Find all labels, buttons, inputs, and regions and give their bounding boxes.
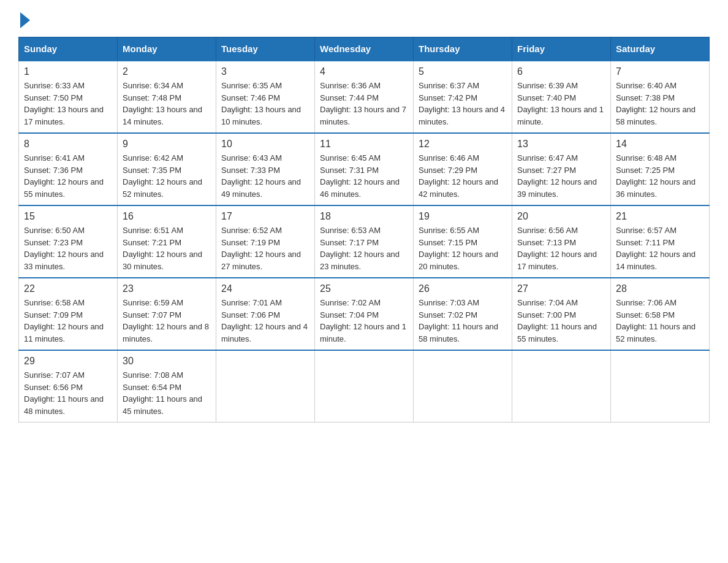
- day-number: 18: [320, 211, 408, 222]
- day-info: Sunrise: 7:08 AMSunset: 6:54 PMDaylight:…: [123, 369, 211, 417]
- empty-cell: [611, 350, 710, 423]
- day-info: Sunrise: 6:55 AMSunset: 7:15 PMDaylight:…: [419, 224, 507, 272]
- day-info: Sunrise: 6:50 AMSunset: 7:23 PMDaylight:…: [24, 224, 112, 272]
- day-number: 13: [517, 139, 605, 150]
- week-row-4: 22Sunrise: 6:58 AMSunset: 7:09 PMDayligh…: [19, 278, 710, 350]
- day-info: Sunrise: 7:06 AMSunset: 6:58 PMDaylight:…: [616, 297, 704, 345]
- day-info: Sunrise: 6:40 AMSunset: 7:38 PMDaylight:…: [616, 80, 704, 128]
- col-header-monday: Monday: [118, 37, 216, 61]
- day-cell-22: 22Sunrise: 6:58 AMSunset: 7:09 PMDayligh…: [19, 278, 118, 350]
- week-row-3: 15Sunrise: 6:50 AMSunset: 7:23 PMDayligh…: [19, 205, 710, 278]
- day-info: Sunrise: 6:57 AMSunset: 7:11 PMDaylight:…: [616, 224, 704, 272]
- day-number: 15: [24, 211, 112, 222]
- day-info: Sunrise: 6:43 AMSunset: 7:33 PMDaylight:…: [221, 152, 309, 200]
- day-cell-19: 19Sunrise: 6:55 AMSunset: 7:15 PMDayligh…: [414, 205, 512, 278]
- day-info: Sunrise: 6:59 AMSunset: 7:07 PMDaylight:…: [123, 297, 211, 345]
- day-cell-20: 20Sunrise: 6:56 AMSunset: 7:13 PMDayligh…: [512, 205, 611, 278]
- day-number: 25: [320, 283, 408, 294]
- day-info: Sunrise: 6:41 AMSunset: 7:36 PMDaylight:…: [24, 152, 112, 200]
- day-cell-6: 6Sunrise: 6:39 AMSunset: 7:40 PMDaylight…: [512, 61, 611, 133]
- col-header-thursday: Thursday: [414, 37, 512, 61]
- day-cell-7: 7Sunrise: 6:40 AMSunset: 7:38 PMDaylight…: [611, 61, 710, 133]
- day-number: 22: [24, 283, 112, 294]
- day-info: Sunrise: 6:45 AMSunset: 7:31 PMDaylight:…: [320, 152, 408, 200]
- day-info: Sunrise: 7:07 AMSunset: 6:56 PMDaylight:…: [24, 369, 112, 417]
- day-number: 30: [123, 356, 211, 367]
- day-info: Sunrise: 6:58 AMSunset: 7:09 PMDaylight:…: [24, 297, 112, 345]
- day-info: Sunrise: 6:36 AMSunset: 7:44 PMDaylight:…: [320, 80, 408, 128]
- day-cell-9: 9Sunrise: 6:42 AMSunset: 7:35 PMDaylight…: [118, 133, 216, 205]
- day-number: 26: [419, 283, 507, 294]
- day-number: 9: [123, 139, 211, 150]
- day-info: Sunrise: 7:03 AMSunset: 7:02 PMDaylight:…: [419, 297, 507, 345]
- day-info: Sunrise: 6:39 AMSunset: 7:40 PMDaylight:…: [517, 80, 605, 128]
- day-cell-2: 2Sunrise: 6:34 AMSunset: 7:48 PMDaylight…: [118, 61, 216, 133]
- day-cell-29: 29Sunrise: 7:07 AMSunset: 6:56 PMDayligh…: [19, 350, 118, 423]
- day-number: 5: [419, 66, 507, 77]
- day-number: 1: [24, 66, 112, 77]
- col-header-friday: Friday: [512, 37, 611, 61]
- day-number: 28: [616, 283, 704, 294]
- day-number: 16: [123, 211, 211, 222]
- week-row-2: 8Sunrise: 6:41 AMSunset: 7:36 PMDaylight…: [19, 133, 710, 205]
- day-cell-11: 11Sunrise: 6:45 AMSunset: 7:31 PMDayligh…: [315, 133, 414, 205]
- col-header-sunday: Sunday: [19, 37, 118, 61]
- day-number: 2: [123, 66, 211, 77]
- calendar-table: SundayMondayTuesdayWednesdayThursdayFrid…: [18, 37, 710, 423]
- page-header: [18, 12, 710, 25]
- day-info: Sunrise: 6:48 AMSunset: 7:25 PMDaylight:…: [616, 152, 704, 200]
- day-cell-14: 14Sunrise: 6:48 AMSunset: 7:25 PMDayligh…: [611, 133, 710, 205]
- day-cell-18: 18Sunrise: 6:53 AMSunset: 7:17 PMDayligh…: [315, 205, 414, 278]
- day-number: 3: [221, 66, 309, 77]
- day-cell-16: 16Sunrise: 6:51 AMSunset: 7:21 PMDayligh…: [118, 205, 216, 278]
- col-header-tuesday: Tuesday: [216, 37, 315, 61]
- day-cell-13: 13Sunrise: 6:47 AMSunset: 7:27 PMDayligh…: [512, 133, 611, 205]
- day-number: 23: [123, 283, 211, 294]
- day-info: Sunrise: 6:35 AMSunset: 7:46 PMDaylight:…: [221, 80, 309, 128]
- day-number: 4: [320, 66, 408, 77]
- day-number: 24: [221, 283, 309, 294]
- day-cell-30: 30Sunrise: 7:08 AMSunset: 6:54 PMDayligh…: [118, 350, 216, 423]
- day-cell-12: 12Sunrise: 6:46 AMSunset: 7:29 PMDayligh…: [414, 133, 512, 205]
- day-number: 12: [419, 139, 507, 150]
- day-cell-28: 28Sunrise: 7:06 AMSunset: 6:58 PMDayligh…: [611, 278, 710, 350]
- day-info: Sunrise: 7:04 AMSunset: 7:00 PMDaylight:…: [517, 297, 605, 345]
- day-cell-23: 23Sunrise: 6:59 AMSunset: 7:07 PMDayligh…: [118, 278, 216, 350]
- day-number: 14: [616, 139, 704, 150]
- day-info: Sunrise: 6:46 AMSunset: 7:29 PMDaylight:…: [419, 152, 507, 200]
- logo: [18, 12, 30, 25]
- day-info: Sunrise: 6:53 AMSunset: 7:17 PMDaylight:…: [320, 224, 408, 272]
- day-info: Sunrise: 7:01 AMSunset: 7:06 PMDaylight:…: [221, 297, 309, 345]
- day-info: Sunrise: 6:56 AMSunset: 7:13 PMDaylight:…: [517, 224, 605, 272]
- day-number: 20: [517, 211, 605, 222]
- day-cell-5: 5Sunrise: 6:37 AMSunset: 7:42 PMDaylight…: [414, 61, 512, 133]
- empty-cell: [414, 350, 512, 423]
- empty-cell: [512, 350, 611, 423]
- day-cell-15: 15Sunrise: 6:50 AMSunset: 7:23 PMDayligh…: [19, 205, 118, 278]
- week-row-1: 1Sunrise: 6:33 AMSunset: 7:50 PMDaylight…: [19, 61, 710, 133]
- day-cell-26: 26Sunrise: 7:03 AMSunset: 7:02 PMDayligh…: [414, 278, 512, 350]
- day-info: Sunrise: 6:51 AMSunset: 7:21 PMDaylight:…: [123, 224, 211, 272]
- day-info: Sunrise: 6:37 AMSunset: 7:42 PMDaylight:…: [419, 80, 507, 128]
- day-info: Sunrise: 6:34 AMSunset: 7:48 PMDaylight:…: [123, 80, 211, 128]
- day-cell-21: 21Sunrise: 6:57 AMSunset: 7:11 PMDayligh…: [611, 205, 710, 278]
- day-info: Sunrise: 6:52 AMSunset: 7:19 PMDaylight:…: [221, 224, 309, 272]
- day-cell-8: 8Sunrise: 6:41 AMSunset: 7:36 PMDaylight…: [19, 133, 118, 205]
- col-header-wednesday: Wednesday: [315, 37, 414, 61]
- day-cell-25: 25Sunrise: 7:02 AMSunset: 7:04 PMDayligh…: [315, 278, 414, 350]
- day-info: Sunrise: 6:42 AMSunset: 7:35 PMDaylight:…: [123, 152, 211, 200]
- day-cell-3: 3Sunrise: 6:35 AMSunset: 7:46 PMDaylight…: [216, 61, 315, 133]
- day-number: 19: [419, 211, 507, 222]
- col-header-saturday: Saturday: [611, 37, 710, 61]
- day-info: Sunrise: 6:47 AMSunset: 7:27 PMDaylight:…: [517, 152, 605, 200]
- day-info: Sunrise: 6:33 AMSunset: 7:50 PMDaylight:…: [24, 80, 112, 128]
- day-number: 6: [517, 66, 605, 77]
- day-cell-27: 27Sunrise: 7:04 AMSunset: 7:00 PMDayligh…: [512, 278, 611, 350]
- day-number: 7: [616, 66, 704, 77]
- day-number: 27: [517, 283, 605, 294]
- day-number: 21: [616, 211, 704, 222]
- day-cell-4: 4Sunrise: 6:36 AMSunset: 7:44 PMDaylight…: [315, 61, 414, 133]
- week-row-5: 29Sunrise: 7:07 AMSunset: 6:56 PMDayligh…: [19, 350, 710, 423]
- empty-cell: [216, 350, 315, 423]
- day-info: Sunrise: 7:02 AMSunset: 7:04 PMDaylight:…: [320, 297, 408, 345]
